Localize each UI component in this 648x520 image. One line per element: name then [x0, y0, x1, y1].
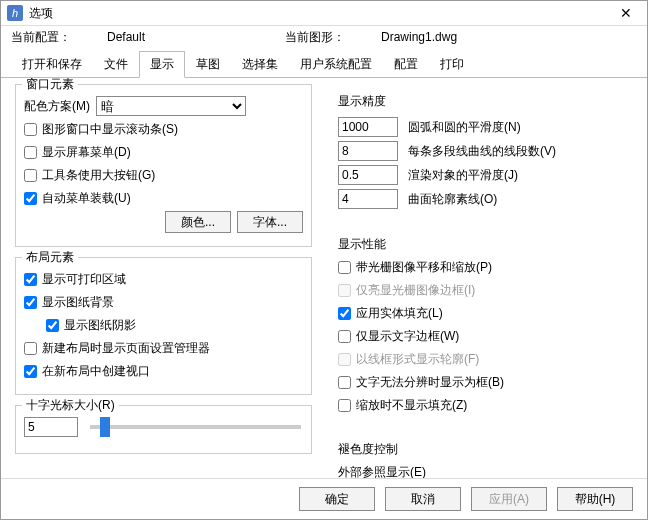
tab-display[interactable]: 显示 [139, 51, 185, 78]
group-display-performance: 显示性能 带光栅图像平移和缩放(P) 仅亮显光栅图像边框(I) 应用实体填充(L… [336, 227, 633, 422]
options-dialog: h 选项 ✕ 当前配置： Default 当前图形： Drawing1.dwg … [0, 0, 648, 520]
legend-display-performance: 显示性能 [338, 236, 386, 253]
legend-layout-elements: 布局元素 [22, 249, 78, 266]
titlebar: h 选项 ✕ [1, 1, 647, 26]
right-column: 显示精度 圆弧和圆的平滑度(N) 每条多段线曲线的线段数(V) 渲染对象的平滑度… [336, 84, 633, 474]
legend-display-precision: 显示精度 [338, 93, 386, 110]
legend-window-elements: 窗口元素 [22, 78, 78, 93]
group-crosshair: 十字光标大小(R) [15, 405, 312, 454]
crosshair-slider[interactable] [90, 425, 301, 429]
tab-sketch[interactable]: 草图 [185, 51, 231, 78]
chk-large-buttons[interactable]: 工具条使用大按钮(G) [24, 167, 155, 184]
font-button[interactable]: 字体... [237, 211, 303, 233]
help-button[interactable]: 帮助(H) [557, 487, 633, 511]
crosshair-value[interactable] [24, 417, 78, 437]
footer: 确定 取消 应用(A) 帮助(H) [1, 478, 647, 519]
current-config-label: 当前配置： [11, 29, 71, 46]
apply-button[interactable]: 应用(A) [471, 487, 547, 511]
content-area: 窗口元素 配色方案(M) 暗 图形窗口中显示滚动条(S) 显示屏幕菜单(D) 工… [1, 78, 647, 478]
color-scheme-select[interactable]: 暗 [96, 96, 246, 116]
left-column: 窗口元素 配色方案(M) 暗 图形窗口中显示滚动条(S) 显示屏幕菜单(D) 工… [15, 84, 312, 474]
surface-contours-input[interactable] [338, 189, 398, 209]
tab-config[interactable]: 配置 [383, 51, 429, 78]
chk-paper-bg[interactable]: 显示图纸背景 [24, 294, 114, 311]
color-button[interactable]: 颜色... [165, 211, 231, 233]
arc-smoothness-label: 圆弧和圆的平滑度(N) [408, 119, 521, 136]
legend-crosshair: 十字光标大小(R) [22, 397, 119, 414]
render-smoothness-input[interactable] [338, 165, 398, 185]
ok-button[interactable]: 确定 [299, 487, 375, 511]
chk-page-setup-mgr[interactable]: 新建布局时显示页面设置管理器 [24, 340, 210, 357]
cancel-button[interactable]: 取消 [385, 487, 461, 511]
polyline-segments-label: 每条多段线曲线的线段数(V) [408, 143, 556, 160]
xref-display-label: 外部参照显示(E) [338, 464, 426, 479]
chk-apply-solid-fill[interactable]: 应用实体填充(L) [338, 305, 443, 322]
chk-paper-shadow[interactable]: 显示图纸阴影 [46, 317, 136, 334]
tab-file[interactable]: 文件 [93, 51, 139, 78]
chk-wireframe-silhouette: 以线框形式显示轮廓(F) [338, 351, 479, 368]
window-title: 选项 [29, 5, 611, 22]
chk-highlight-raster-frame: 仅亮显光栅图像边框(I) [338, 282, 475, 299]
current-drawing-value: Drawing1.dwg [381, 30, 457, 44]
info-row: 当前配置： Default 当前图形： Drawing1.dwg [1, 26, 647, 48]
current-config-value: Default [107, 30, 145, 44]
group-fade-control: 褪色度控制 外部参照显示(E) 在位编辑显示(Y) [336, 432, 633, 478]
legend-fade-control: 褪色度控制 [338, 441, 398, 458]
chk-pan-raster[interactable]: 带光栅图像平移和缩放(P) [338, 259, 492, 276]
group-display-precision: 显示精度 圆弧和圆的平滑度(N) 每条多段线曲线的线段数(V) 渲染对象的平滑度… [336, 84, 633, 217]
app-icon: h [7, 5, 23, 21]
chk-text-boundary[interactable]: 仅显示文字边框(W) [338, 328, 459, 345]
chk-scrollbars[interactable]: 图形窗口中显示滚动条(S) [24, 121, 178, 138]
render-smoothness-label: 渲染对象的平滑度(J) [408, 167, 518, 184]
tabbar: 打开和保存 文件 显示 草图 选择集 用户系统配置 配置 打印 [1, 50, 647, 78]
tab-selection[interactable]: 选择集 [231, 51, 289, 78]
chk-create-viewport[interactable]: 在新布局中创建视口 [24, 363, 150, 380]
surface-contours-label: 曲面轮廓素线(O) [408, 191, 497, 208]
chk-hide-fill-zoom[interactable]: 缩放时不显示填充(Z) [338, 397, 467, 414]
chk-text-as-box[interactable]: 文字无法分辨时显示为框(B) [338, 374, 504, 391]
chk-screen-menu[interactable]: 显示屏幕菜单(D) [24, 144, 131, 161]
chk-printable-area[interactable]: 显示可打印区域 [24, 271, 126, 288]
group-window-elements: 窗口元素 配色方案(M) 暗 图形窗口中显示滚动条(S) 显示屏幕菜单(D) 工… [15, 84, 312, 247]
chk-auto-menu-load[interactable]: 自动菜单装载(U) [24, 190, 131, 207]
group-layout-elements: 布局元素 显示可打印区域 显示图纸背景 显示图纸阴影 新建布局时显示页面设置管理… [15, 257, 312, 395]
polyline-segments-input[interactable] [338, 141, 398, 161]
close-button[interactable]: ✕ [611, 5, 641, 21]
color-scheme-label: 配色方案(M) [24, 98, 90, 115]
current-drawing-label: 当前图形： [285, 29, 345, 46]
tab-print[interactable]: 打印 [429, 51, 475, 78]
tab-open-save[interactable]: 打开和保存 [11, 51, 93, 78]
arc-smoothness-input[interactable] [338, 117, 398, 137]
tab-user-system[interactable]: 用户系统配置 [289, 51, 383, 78]
